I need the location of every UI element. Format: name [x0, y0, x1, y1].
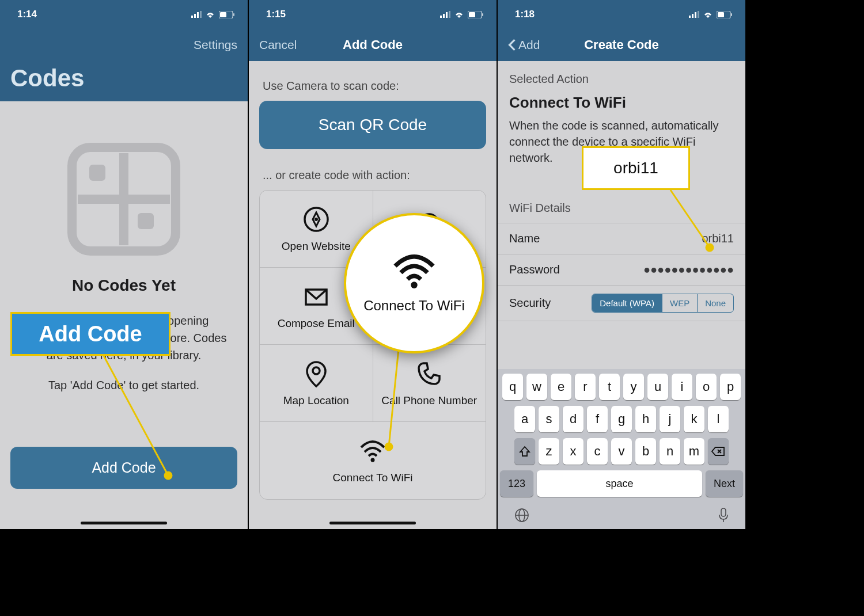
- space-key[interactable]: space: [537, 470, 702, 497]
- key-b[interactable]: b: [635, 438, 656, 465]
- back-label: Add: [518, 38, 540, 52]
- add-code-button[interactable]: Add Code: [10, 447, 237, 489]
- seg-wep[interactable]: WEP: [662, 294, 698, 312]
- key-s[interactable]: s: [539, 406, 559, 432]
- action-call-phone[interactable]: Call Phone Number: [373, 345, 486, 422]
- svg-point-26: [313, 367, 320, 374]
- svg-rect-37: [731, 13, 732, 16]
- key-e[interactable]: e: [551, 374, 571, 400]
- svg-point-27: [371, 458, 375, 462]
- status-icons: [440, 11, 484, 18]
- bubble-label: Connect To WiFi: [363, 298, 465, 314]
- svg-rect-0: [191, 16, 193, 18]
- svg-rect-31: [689, 16, 691, 18]
- key-p[interactable]: p: [720, 374, 741, 400]
- numbers-key[interactable]: 123: [500, 470, 533, 497]
- svg-rect-34: [698, 11, 699, 18]
- shift-key[interactable]: [514, 438, 535, 465]
- action-label: Open Website: [282, 240, 351, 253]
- globe-icon[interactable]: [514, 507, 530, 523]
- key-q[interactable]: q: [502, 374, 523, 400]
- key-i[interactable]: i: [672, 374, 692, 400]
- home-indicator[interactable]: [81, 522, 167, 524]
- battery-icon: [717, 11, 733, 18]
- status-icons: [191, 11, 235, 18]
- svg-rect-14: [440, 16, 442, 18]
- svg-rect-16: [446, 12, 448, 18]
- status-bar: 1:14: [0, 0, 248, 29]
- key-x[interactable]: x: [563, 438, 583, 465]
- status-bar: 1:15: [249, 0, 497, 29]
- key-r[interactable]: r: [575, 374, 596, 400]
- key-j[interactable]: j: [660, 406, 680, 432]
- svg-rect-3: [200, 11, 202, 18]
- phone-icon: [415, 360, 443, 387]
- cancel-button[interactable]: Cancel: [259, 38, 297, 52]
- scan-qr-button[interactable]: Scan QR Code: [259, 101, 486, 149]
- svg-rect-17: [449, 11, 450, 18]
- key-k[interactable]: k: [684, 406, 704, 432]
- key-o[interactable]: o: [696, 374, 717, 400]
- settings-button[interactable]: Settings: [194, 38, 237, 52]
- kbd-row-4: 123 space Next: [500, 470, 743, 497]
- key-z[interactable]: z: [539, 438, 559, 465]
- home-indicator[interactable]: [329, 522, 416, 524]
- wifi-icon: [359, 437, 386, 465]
- password-value: ●●●●●●●●●●●●●: [643, 263, 734, 276]
- battery-icon: [468, 11, 484, 18]
- svg-rect-10: [89, 165, 105, 181]
- status-bar: 1:18: [498, 0, 745, 29]
- kbd-row-1: qwertyuiop: [500, 374, 743, 400]
- back-button[interactable]: Add: [508, 38, 540, 52]
- key-h[interactable]: h: [635, 406, 656, 432]
- wifi-icon: [205, 11, 215, 18]
- key-d[interactable]: d: [563, 406, 583, 432]
- action-connect-wifi[interactable]: Connect To WiFi: [316, 422, 429, 499]
- key-a[interactable]: a: [514, 406, 535, 432]
- svg-rect-20: [482, 13, 483, 16]
- svg-rect-2: [197, 12, 199, 18]
- next-key[interactable]: Next: [706, 470, 743, 497]
- seg-none[interactable]: None: [698, 294, 733, 312]
- svg-rect-11: [138, 213, 154, 229]
- svg-rect-43: [721, 508, 726, 516]
- key-y[interactable]: y: [623, 374, 644, 400]
- key-n[interactable]: n: [660, 438, 680, 465]
- compass-icon: [302, 206, 330, 233]
- kbd-row-2: asdfghjkl: [500, 406, 743, 432]
- status-time: 1:15: [266, 9, 286, 20]
- password-label: Password: [509, 263, 560, 276]
- key-u[interactable]: u: [647, 374, 668, 400]
- empty-state-cta-text: Tap 'Add Code' to get started.: [0, 379, 248, 392]
- key-f[interactable]: f: [587, 406, 608, 432]
- qr-placeholder-icon: [66, 142, 181, 257]
- key-m[interactable]: m: [684, 438, 704, 465]
- wifi-name-row[interactable]: Name orbi11: [498, 223, 745, 254]
- key-w[interactable]: w: [526, 374, 547, 400]
- mic-icon[interactable]: [718, 507, 729, 523]
- wifi-icon: [389, 253, 439, 291]
- key-g[interactable]: g: [611, 406, 632, 432]
- key-c[interactable]: c: [587, 438, 608, 465]
- signal-icon: [191, 11, 202, 18]
- empty-state-heading: No Codes Yet: [0, 276, 248, 295]
- nav-title: Create Code: [584, 37, 659, 52]
- signal-icon: [440, 11, 450, 18]
- action-title: Connect To WiFi: [498, 94, 745, 117]
- action-map-location[interactable]: Map Location: [260, 345, 373, 422]
- wifi-details-list: Name orbi11 Password ●●●●●●●●●●●●● Secur…: [498, 223, 745, 321]
- nav-title: Add Code: [343, 37, 403, 52]
- backspace-key[interactable]: [708, 438, 729, 465]
- key-l[interactable]: l: [708, 406, 729, 432]
- seg-default-wpa[interactable]: Default (WPA): [592, 294, 662, 312]
- key-t[interactable]: t: [599, 374, 620, 400]
- kbd-row-3: zxcvbnm: [500, 438, 743, 465]
- pin-icon: [302, 360, 330, 387]
- svg-rect-36: [718, 12, 724, 17]
- key-v[interactable]: v: [611, 438, 632, 465]
- keyboard[interactable]: qwertyuiop asdfghjkl zxcvbnm 123 space N…: [498, 369, 745, 529]
- status-icons: [689, 11, 733, 18]
- wifi-password-row[interactable]: Password ●●●●●●●●●●●●●: [498, 254, 745, 286]
- security-segmented-control[interactable]: Default (WPA) WEP None: [592, 294, 734, 313]
- svg-rect-19: [469, 12, 475, 17]
